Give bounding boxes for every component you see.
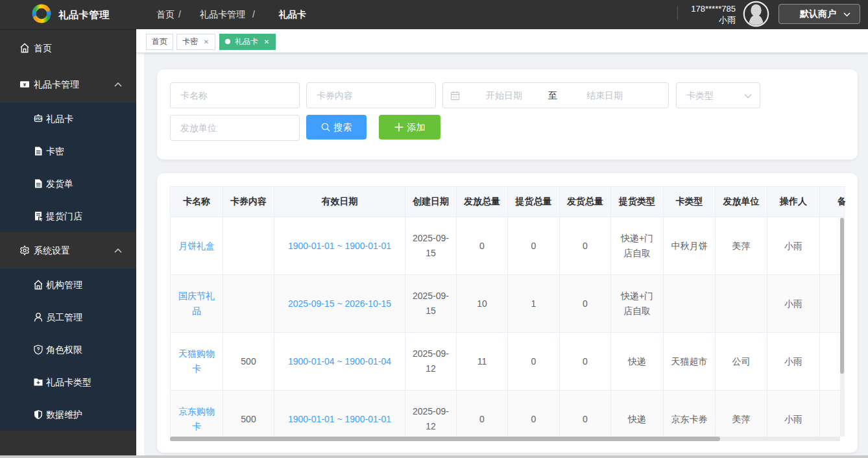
svg-text:OPEN: OPEN (34, 117, 43, 121)
svg-text:¥: ¥ (23, 82, 27, 88)
